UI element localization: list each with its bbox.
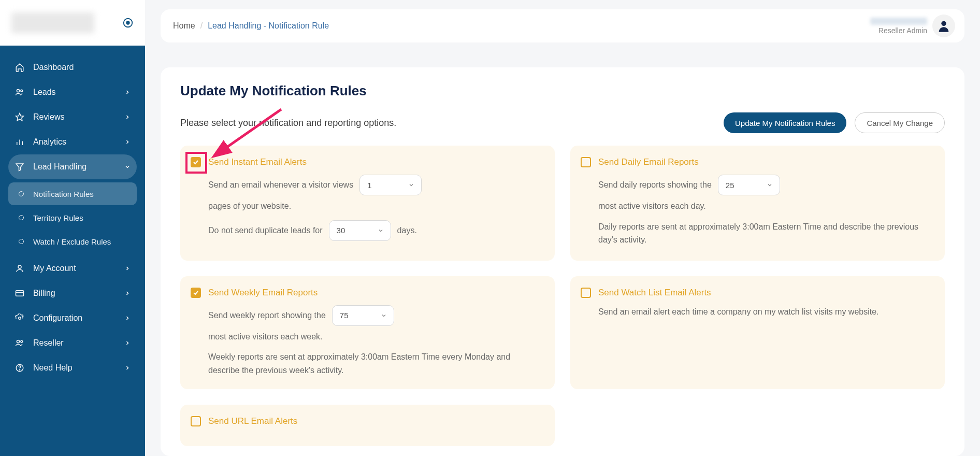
filter-icon bbox=[15, 162, 25, 172]
sidebar-item-leads[interactable]: Leads bbox=[8, 80, 137, 105]
chevron-right-icon bbox=[124, 265, 131, 272]
home-icon bbox=[15, 63, 25, 72]
annotation-highlight bbox=[185, 152, 207, 174]
svg-point-16 bbox=[19, 369, 20, 370]
people-icon bbox=[15, 338, 25, 348]
sidebar-item-lead-handling[interactable]: Lead Handling bbox=[8, 154, 137, 179]
subnav-label: Watch / Exclude Rules bbox=[33, 237, 111, 246]
text: days. bbox=[397, 224, 417, 237]
svg-rect-10 bbox=[16, 291, 24, 296]
chart-icon bbox=[15, 137, 25, 147]
card-daily-reports: Send Daily Email Reports Send daily repo… bbox=[570, 146, 945, 261]
breadcrumb: Home / Lead Handling - Notification Rule bbox=[173, 21, 329, 31]
topbar: Home / Lead Handling - Notification Rule… bbox=[161, 9, 964, 42]
cancel-button[interactable]: Cancel My Change bbox=[855, 112, 945, 133]
subnav-watch-exclude-rules[interactable]: Watch / Exclude Rules bbox=[8, 230, 137, 253]
card-title: Send Instant Email Alerts bbox=[208, 157, 307, 167]
text: Send weekly report showing the bbox=[208, 309, 326, 322]
text: most active visitors each week. bbox=[208, 330, 323, 344]
sidebar-item-label: Analytics bbox=[33, 137, 66, 147]
card-title: Send Watch List Email Alerts bbox=[598, 288, 711, 298]
sidebar-item-need-help[interactable]: Need Help bbox=[8, 355, 137, 380]
select-days[interactable]: 30 bbox=[329, 220, 391, 241]
user-icon bbox=[15, 264, 25, 273]
checkbox-daily[interactable] bbox=[581, 157, 591, 167]
card-title: Send URL Email Alerts bbox=[208, 416, 297, 426]
target-icon[interactable] bbox=[122, 17, 134, 28]
select-weekly-count[interactable]: 75 bbox=[332, 305, 394, 326]
chevron-right-icon bbox=[124, 139, 131, 145]
avatar-icon bbox=[936, 19, 951, 33]
breadcrumb-current: Lead Handling - Notification Rule bbox=[208, 21, 329, 31]
note-text: Daily reports are sent at approximately … bbox=[598, 220, 932, 247]
logo-area bbox=[0, 0, 145, 46]
svg-point-13 bbox=[17, 340, 19, 343]
svg-point-12 bbox=[19, 317, 21, 320]
sidebar-item-label: Reseller bbox=[33, 338, 64, 348]
svg-marker-4 bbox=[16, 113, 24, 121]
sidebar-item-my-account[interactable]: My Account bbox=[8, 256, 137, 281]
logo bbox=[11, 12, 94, 33]
svg-point-3 bbox=[21, 90, 23, 92]
svg-point-14 bbox=[21, 340, 23, 343]
chevron-right-icon bbox=[124, 114, 131, 120]
svg-marker-8 bbox=[16, 164, 23, 171]
svg-point-2 bbox=[17, 89, 19, 92]
text: pages of your website. bbox=[208, 200, 291, 213]
main: Home / Lead Handling - Notification Rule… bbox=[145, 0, 980, 456]
sidebar-item-label: Configuration bbox=[33, 314, 82, 323]
help-icon bbox=[15, 363, 25, 373]
nav: Dashboard Leads Reviews Analytics Lead H… bbox=[0, 46, 145, 380]
subnav-label: Territory Rules bbox=[33, 213, 83, 222]
svg-point-1 bbox=[126, 21, 129, 24]
select-daily-count[interactable]: 25 bbox=[718, 175, 780, 195]
text: Send daily reports showing the bbox=[598, 178, 712, 192]
card-title: Send Daily Email Reports bbox=[598, 157, 699, 167]
select-pages[interactable]: 1 bbox=[359, 175, 422, 195]
note-text: Weekly reports are sent at approximately… bbox=[208, 350, 542, 377]
checkbox-url[interactable] bbox=[191, 416, 201, 426]
chevron-right-icon bbox=[124, 340, 131, 346]
circle-icon bbox=[19, 191, 24, 196]
star-icon bbox=[15, 112, 25, 122]
sidebar-item-label: Need Help bbox=[33, 363, 73, 373]
card-url-alerts: Send URL Email Alerts bbox=[180, 405, 555, 446]
card-weekly-reports: Send Weekly Email Reports Send weekly re… bbox=[180, 276, 555, 390]
user-area: Reseller Admin bbox=[870, 18, 927, 35]
sidebar: Dashboard Leads Reviews Analytics Lead H… bbox=[0, 0, 145, 456]
card-instant-alerts: Send Instant Email Alerts Send an email … bbox=[180, 146, 555, 261]
chevron-down-icon bbox=[124, 164, 131, 170]
chevron-right-icon bbox=[124, 315, 131, 321]
sidebar-item-billing[interactable]: Billing bbox=[8, 281, 137, 306]
subnav-label: Notification Rules bbox=[33, 190, 94, 198]
sidebar-item-dashboard[interactable]: Dashboard bbox=[8, 55, 137, 80]
sidebar-item-label: Billing bbox=[33, 289, 55, 298]
sidebar-item-reviews[interactable]: Reviews bbox=[8, 105, 137, 130]
chevron-right-icon bbox=[124, 365, 131, 371]
page-title: Update My Notification Rules bbox=[180, 83, 945, 99]
people-icon bbox=[15, 88, 25, 97]
subnav: Notification Rules Territory Rules Watch… bbox=[8, 179, 137, 256]
gear-icon bbox=[15, 314, 25, 323]
text: Do not send duplicate leads for bbox=[208, 224, 323, 237]
user-role: Reseller Admin bbox=[878, 26, 927, 35]
svg-point-17 bbox=[941, 21, 946, 26]
sidebar-item-analytics[interactable]: Analytics bbox=[8, 130, 137, 154]
checkbox-weekly[interactable] bbox=[191, 288, 201, 298]
subnav-notification-rules[interactable]: Notification Rules bbox=[8, 182, 137, 205]
subnav-territory-rules[interactable]: Territory Rules bbox=[8, 206, 137, 229]
sidebar-item-configuration[interactable]: Configuration bbox=[8, 306, 137, 331]
actions-row: Please select your notification and repo… bbox=[180, 112, 945, 133]
chevron-right-icon bbox=[124, 290, 131, 296]
card-title: Send Weekly Email Reports bbox=[208, 288, 318, 298]
breadcrumb-home[interactable]: Home bbox=[173, 21, 195, 31]
sidebar-item-label: Leads bbox=[33, 88, 56, 97]
sidebar-item-reseller[interactable]: Reseller bbox=[8, 331, 137, 355]
text: Send an email alert each time a company … bbox=[598, 305, 932, 319]
text: Send an email whenever a visitor views bbox=[208, 178, 353, 192]
sidebar-item-label: Lead Handling bbox=[33, 162, 87, 172]
checkbox-watch[interactable] bbox=[581, 288, 591, 298]
svg-point-9 bbox=[18, 265, 21, 268]
avatar[interactable] bbox=[932, 15, 955, 37]
update-button[interactable]: Update My Notification Rules bbox=[724, 112, 846, 133]
